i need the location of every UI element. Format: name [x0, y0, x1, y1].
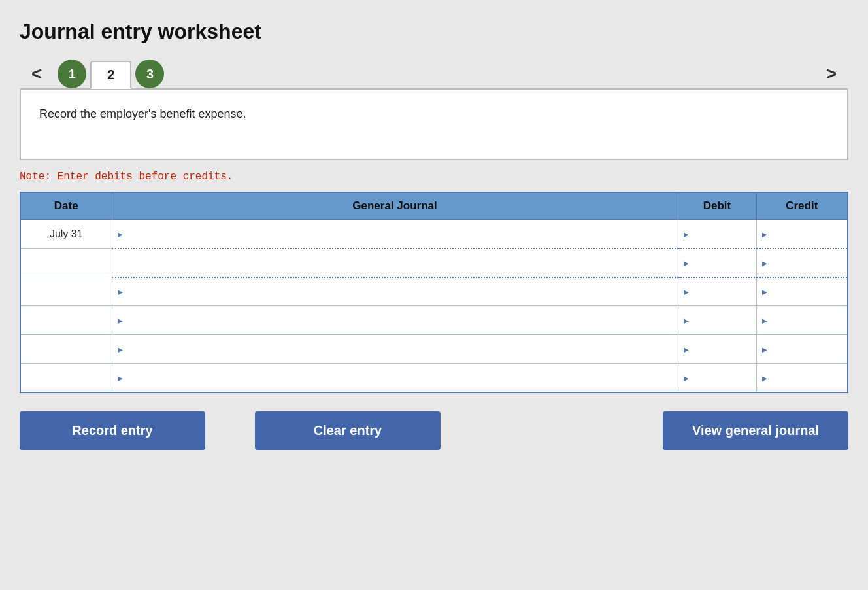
debit-cell[interactable]: ► [678, 335, 756, 364]
credit-input[interactable] [770, 286, 836, 298]
debit-cell[interactable]: ► [678, 306, 756, 335]
debit-cell[interactable]: ► [678, 249, 756, 277]
credit-input[interactable] [770, 315, 836, 326]
date-cell [20, 335, 112, 364]
credit-cell[interactable]: ► [756, 364, 848, 392]
table-row: ► ► ► [20, 306, 848, 335]
journal-cell[interactable]: ► [112, 364, 678, 392]
date-cell: July 31 [20, 220, 112, 249]
debit-cell[interactable]: ► [678, 277, 756, 306]
journal-cell[interactable] [112, 249, 678, 277]
header-date: Date [20, 192, 112, 220]
clear-entry-button[interactable]: Clear entry [255, 411, 441, 450]
tabs-navigation: < 1 2 3 > [20, 60, 848, 88]
credit-input[interactable] [770, 228, 836, 239]
debit-input[interactable] [692, 257, 748, 269]
credit-input[interactable] [770, 257, 836, 269]
page-title: Journal entry worksheet [20, 20, 848, 44]
table-row: July 31 ► ► ► [20, 220, 848, 249]
debit-input[interactable] [692, 343, 748, 355]
journal-input[interactable] [125, 228, 627, 239]
buttons-row: Record entry Clear entry View general jo… [20, 411, 848, 450]
journal-input[interactable] [125, 286, 627, 298]
journal-input[interactable] [125, 315, 627, 326]
table-row: ► ► [20, 249, 848, 277]
header-credit: Credit [756, 192, 848, 220]
instruction-text: Record the employer's benefit expense. [39, 107, 246, 120]
credit-cell[interactable]: ► [756, 249, 848, 277]
journal-cell[interactable]: ► [112, 335, 678, 364]
header-debit: Debit [678, 192, 756, 220]
prev-arrow[interactable]: < [20, 63, 54, 84]
date-cell [20, 306, 112, 335]
table-row: ► ► ► [20, 364, 848, 392]
tab-2-active[interactable]: 2 [90, 61, 131, 89]
record-entry-button[interactable]: Record entry [20, 411, 205, 450]
credit-cell[interactable]: ► [756, 335, 848, 364]
table-row: ► ► ► [20, 335, 848, 364]
debit-input[interactable] [692, 228, 748, 239]
instruction-box: Record the employer's benefit expense. [20, 88, 848, 160]
view-general-journal-button[interactable]: View general journal [663, 411, 848, 450]
debit-input[interactable] [692, 315, 748, 326]
table-row: ► ► ► [20, 277, 848, 306]
journal-cell[interactable]: ► [112, 277, 678, 306]
debit-cell[interactable]: ► [678, 364, 756, 392]
credit-input[interactable] [770, 372, 836, 383]
date-cell [20, 277, 112, 306]
journal-input[interactable] [125, 372, 627, 383]
journal-input[interactable] [125, 343, 627, 355]
credit-input[interactable] [770, 343, 836, 355]
credit-cell[interactable]: ► [756, 306, 848, 335]
credit-cell[interactable]: ► [756, 220, 848, 249]
note-text: Note: Enter debits before credits. [20, 171, 848, 182]
journal-table: Date General Journal Debit Credit July 3… [20, 192, 848, 393]
next-arrow[interactable]: > [814, 63, 848, 84]
tab-3[interactable]: 3 [135, 60, 164, 88]
journal-input[interactable] [116, 257, 618, 269]
debit-cell[interactable]: ► [678, 220, 756, 249]
debit-input[interactable] [692, 372, 748, 383]
journal-cell[interactable]: ► [112, 306, 678, 335]
tab-1[interactable]: 1 [58, 60, 86, 88]
debit-input[interactable] [692, 286, 748, 298]
journal-cell[interactable]: ► [112, 220, 678, 249]
header-journal: General Journal [112, 192, 678, 220]
credit-cell[interactable]: ► [756, 277, 848, 306]
date-cell [20, 364, 112, 392]
date-cell [20, 249, 112, 277]
